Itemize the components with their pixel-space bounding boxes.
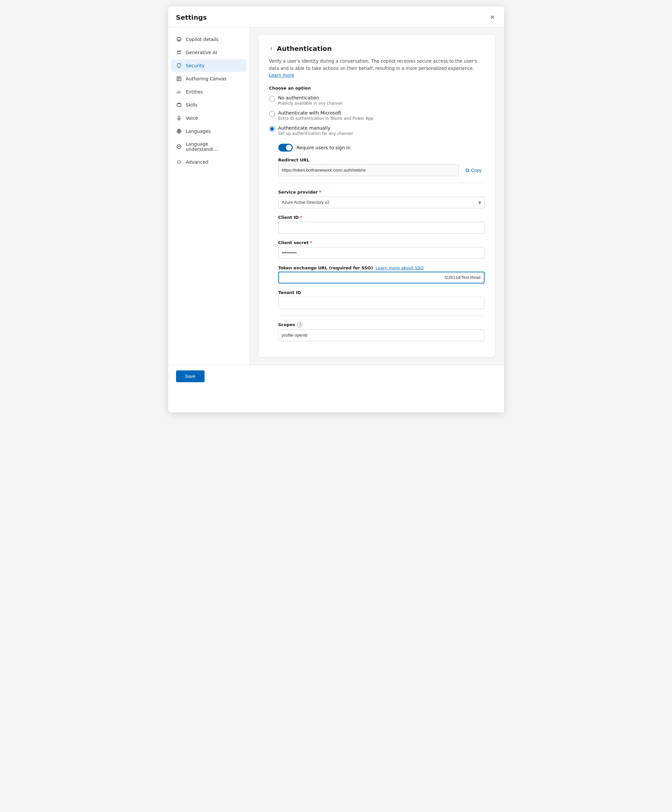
settings-window: Settings ✕ Copilot details Generative AI bbox=[168, 7, 504, 413]
sidebar-item-authoring-canvas[interactable]: Authoring Canvas bbox=[171, 73, 247, 85]
client-secret-required: * bbox=[310, 240, 312, 245]
redirect-url-label: Redirect URL bbox=[278, 157, 485, 162]
languages-icon bbox=[176, 128, 182, 134]
save-button[interactable]: Save bbox=[176, 370, 205, 382]
footer: Save bbox=[168, 365, 504, 387]
manual-auth-radio[interactable] bbox=[269, 126, 275, 132]
service-provider-label: Service provider bbox=[278, 189, 318, 194]
token-exchange-url-input[interactable] bbox=[278, 272, 485, 283]
microsoft-auth-radio[interactable] bbox=[269, 111, 275, 117]
tenant-id-label: Tenant ID bbox=[278, 290, 485, 295]
sidebar-item-label: Language understandi... bbox=[186, 142, 241, 152]
sidebar-item-copilot-details[interactable]: Copilot details bbox=[171, 33, 247, 46]
copilot-icon bbox=[176, 36, 182, 42]
microsoft-auth-sublabel: Entra ID authentication in Teams and Pow… bbox=[278, 116, 373, 121]
sidebar-item-advanced[interactable]: Advanced bbox=[171, 156, 247, 168]
require-signin-toggle[interactable] bbox=[278, 144, 293, 152]
tenant-id-input[interactable] bbox=[278, 297, 485, 309]
manual-auth-label: Authenticate manually bbox=[278, 125, 353, 131]
window-title: Settings bbox=[176, 14, 207, 21]
sidebar-item-label: Entities bbox=[186, 89, 203, 94]
service-provider-select[interactable]: Azure Active Directory v2Azure Active Di… bbox=[278, 196, 485, 208]
sidebar-item-label: Skills bbox=[186, 102, 198, 107]
copy-icon: ⧉ bbox=[466, 167, 469, 173]
scopes-label: Scopes bbox=[278, 322, 295, 327]
toggle-label: Require users to sign in bbox=[297, 145, 351, 150]
content-card: ‹ Authentication Verify a user's identit… bbox=[259, 35, 495, 357]
ai-icon bbox=[176, 49, 182, 55]
toggle-row: Require users to sign in bbox=[278, 144, 485, 152]
client-id-input[interactable] bbox=[278, 222, 485, 234]
sidebar-item-label: Languages bbox=[186, 129, 211, 134]
service-provider-field: Service provider * Azure Active Director… bbox=[278, 189, 485, 208]
sidebar-item-label: Copilot details bbox=[186, 37, 219, 42]
redirect-url-field: Redirect URL ⧉ Copy bbox=[278, 157, 485, 176]
client-secret-input[interactable] bbox=[278, 247, 485, 259]
back-button[interactable]: ‹ bbox=[269, 44, 274, 53]
language-understanding-icon bbox=[176, 144, 182, 150]
svg-point-0 bbox=[177, 38, 181, 41]
sidebar-item-label: Advanced bbox=[186, 159, 209, 165]
page-title: Authentication bbox=[277, 44, 332, 53]
skills-icon bbox=[176, 102, 182, 108]
sidebar-item-language-understanding[interactable]: Language understandi... bbox=[171, 138, 247, 155]
no-auth-option: No authentication Publicly available in … bbox=[269, 95, 485, 106]
no-auth-sublabel: Publicly available in any channel bbox=[278, 101, 342, 106]
scopes-info-icon: i bbox=[297, 322, 302, 328]
entities-icon: ab bbox=[176, 89, 182, 95]
sidebar-item-skills[interactable]: Skills bbox=[171, 99, 247, 111]
sidebar-item-entities[interactable]: ab Entities bbox=[171, 85, 247, 98]
divider-2 bbox=[278, 315, 485, 316]
sidebar-item-label: Generative AI bbox=[186, 50, 217, 55]
token-exchange-url-field: Token exchange URL (required for SSO) Le… bbox=[278, 265, 485, 283]
sidebar: Copilot details Generative AI Security A… bbox=[168, 27, 250, 365]
manual-auth-sublabel: Set up authentication for any channel bbox=[278, 131, 353, 136]
scopes-input[interactable] bbox=[278, 329, 485, 341]
main-content: ‹ Authentication Verify a user's identit… bbox=[250, 27, 504, 365]
microsoft-auth-option: Authenticate with Microsoft Entra ID aut… bbox=[269, 110, 485, 121]
client-id-label: Client ID bbox=[278, 215, 299, 220]
token-exchange-url-label: Token exchange URL (required for SSO) bbox=[278, 265, 373, 270]
tenant-id-field: Tenant ID bbox=[278, 290, 485, 309]
title-bar: Settings ✕ bbox=[168, 7, 504, 27]
svg-text:ab: ab bbox=[177, 90, 180, 94]
sidebar-item-security[interactable]: Security bbox=[171, 60, 247, 72]
security-icon bbox=[176, 63, 182, 68]
client-id-field: Client ID * bbox=[278, 215, 485, 234]
close-button[interactable]: ✕ bbox=[489, 12, 496, 22]
copy-button[interactable]: ⧉ Copy bbox=[463, 165, 485, 175]
manual-auth-option: Authenticate manually Set up authenticat… bbox=[269, 125, 485, 136]
auth-option-group: No authentication Publicly available in … bbox=[269, 95, 485, 136]
sidebar-item-languages[interactable]: Languages bbox=[171, 125, 247, 138]
advanced-icon bbox=[176, 159, 182, 165]
canvas-icon bbox=[176, 76, 182, 82]
layout: Copilot details Generative AI Security A… bbox=[168, 27, 504, 365]
microsoft-auth-label: Authenticate with Microsoft bbox=[278, 110, 373, 116]
client-secret-label: Client secret bbox=[278, 240, 309, 245]
choose-option-label: Choose an option bbox=[269, 85, 485, 90]
sso-learn-more-link[interactable]: Learn more about SSO bbox=[376, 265, 424, 270]
redirect-url-row: ⧉ Copy bbox=[278, 164, 485, 176]
redirect-url-input[interactable] bbox=[278, 164, 459, 176]
page-header: ‹ Authentication bbox=[269, 44, 485, 53]
no-auth-radio[interactable] bbox=[269, 96, 275, 102]
sidebar-item-generative-ai[interactable]: Generative AI bbox=[171, 46, 247, 59]
sidebar-item-label: Security bbox=[186, 63, 205, 68]
sidebar-item-voice[interactable]: Voice bbox=[171, 112, 247, 125]
toggle-knob bbox=[286, 145, 292, 150]
sidebar-item-label: Voice bbox=[186, 116, 198, 121]
svg-point-4 bbox=[178, 116, 180, 119]
manual-auth-extra: Require users to sign in Redirect URL ⧉ … bbox=[278, 144, 485, 341]
service-provider-required: * bbox=[319, 189, 321, 194]
sidebar-item-label: Authoring Canvas bbox=[186, 76, 227, 81]
no-auth-label: No authentication bbox=[278, 95, 342, 101]
client-secret-field: Client secret * bbox=[278, 240, 485, 259]
learn-more-link[interactable]: Learn more bbox=[269, 73, 294, 78]
client-id-required: * bbox=[300, 215, 302, 220]
copy-label: Copy bbox=[471, 168, 482, 173]
voice-icon bbox=[176, 115, 182, 121]
page-description: Verify a user's identity during a conver… bbox=[269, 58, 485, 79]
scopes-field: Scopes i bbox=[278, 322, 485, 341]
svg-rect-3 bbox=[177, 104, 181, 106]
